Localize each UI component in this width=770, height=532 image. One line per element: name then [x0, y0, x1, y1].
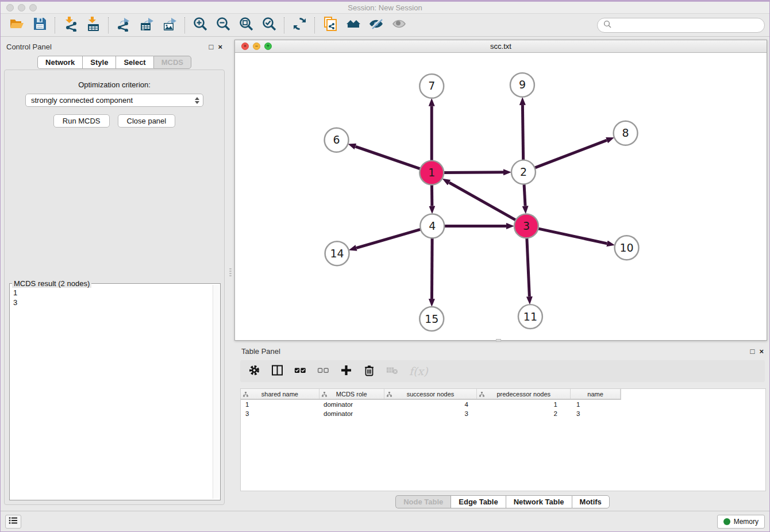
zoom-selected-button[interactable]	[257, 16, 280, 35]
graph-node-label: 6	[333, 133, 340, 146]
graph-edge-2-3[interactable]	[524, 184, 525, 206]
export-table-icon	[139, 16, 155, 34]
mcds-result-item: 1	[13, 288, 210, 298]
table-body: 1dominator4113dominator323	[241, 400, 765, 418]
close-table-panel-icon[interactable]: ×	[759, 348, 764, 355]
window-title: Session: New Session	[348, 3, 422, 12]
import-network-button[interactable]	[59, 16, 82, 35]
import-table-button[interactable]	[82, 16, 105, 35]
save-session-button[interactable]	[28, 16, 51, 35]
tab-edge-table[interactable]: Edge Table	[451, 495, 505, 508]
column-header[interactable]: MCDS role	[319, 389, 384, 399]
export-network-button[interactable]	[112, 16, 135, 35]
graph-node-label: 10	[619, 241, 633, 254]
column-header[interactable]: predecessor nodes	[477, 389, 571, 399]
graph-node-label: 11	[523, 310, 537, 323]
table-row[interactable]: 1dominator411	[241, 400, 765, 409]
show-column-panel-button[interactable]	[271, 364, 283, 379]
select-all-columns-button[interactable]	[294, 364, 306, 379]
hierarchy-icon	[479, 391, 484, 398]
tab-select[interactable]: Select	[116, 56, 153, 69]
tab-network[interactable]: Network	[37, 56, 82, 69]
close-window-button[interactable]: ×	[6, 4, 14, 11]
float-panel-icon[interactable]: □	[209, 43, 214, 51]
network-canvas[interactable]: 7968124314101511	[235, 53, 767, 340]
deselect-all-columns-button[interactable]	[317, 364, 329, 379]
eye-slash-icon	[368, 16, 384, 34]
zoom-fit-button[interactable]	[234, 16, 257, 35]
column-header[interactable]: name	[571, 389, 621, 399]
function-builder-button[interactable]: f(x)	[409, 365, 428, 377]
table-panel-title: Table Panel	[241, 347, 280, 356]
gear-icon	[248, 364, 260, 379]
app-window: × − + Session: New Session	[0, 0, 770, 532]
column-header[interactable]: successor nodes	[384, 389, 478, 399]
tab-motifs[interactable]: Motifs	[572, 495, 610, 508]
control-panel-header: Control Panel □ ×	[1, 38, 228, 55]
refresh-view-button[interactable]	[288, 16, 311, 35]
control-panel-title: Control Panel	[6, 43, 52, 51]
table-cell: dominator	[319, 410, 384, 417]
graph-edge-3-10[interactable]	[538, 229, 607, 244]
create-column-button[interactable]	[340, 364, 352, 379]
graph-edge-4-15[interactable]	[432, 238, 432, 299]
clone-network-icon	[322, 16, 338, 34]
zoom-out-button[interactable]	[211, 16, 234, 35]
tab-node-table[interactable]: Node Table	[395, 495, 451, 508]
hierarchy-icon	[387, 391, 392, 398]
control-panel-tabs: Network Style Select MCDS	[1, 56, 228, 69]
floppy-disk-icon	[32, 16, 48, 34]
mcds-result-list: 13	[11, 286, 212, 499]
zoom-in-button[interactable]	[188, 16, 211, 35]
table-cell: 1	[571, 401, 621, 408]
graph-node-label: 3	[523, 219, 530, 232]
graph-edge-4-14[interactable]	[356, 229, 421, 248]
go-home-button[interactable]	[341, 16, 364, 35]
close-panel-button[interactable]: Close panel	[118, 114, 176, 128]
tab-mcds[interactable]: MCDS	[153, 56, 191, 69]
tab-style[interactable]: Style	[82, 56, 116, 69]
search-icon	[603, 20, 611, 30]
homes-icon	[345, 16, 361, 34]
graph-edge-3-11[interactable]	[527, 238, 530, 296]
graph-edge-2-9[interactable]	[522, 105, 523, 160]
canvas-resize-grip[interactable]	[496, 339, 501, 342]
graph-edge-1-2[interactable]	[444, 172, 503, 173]
memory-button[interactable]: Memory	[717, 515, 765, 529]
minimize-window-button[interactable]: −	[18, 4, 25, 11]
network-minimize-button[interactable]: −	[253, 43, 260, 50]
delete-table-button[interactable]	[386, 364, 398, 379]
graph-edge-3-1[interactable]	[449, 183, 516, 220]
graph-edge-2-8[interactable]	[534, 140, 606, 168]
delete-column-button[interactable]	[363, 364, 375, 379]
clone-network-button[interactable]	[318, 16, 341, 35]
hide-selected-button[interactable]	[364, 16, 387, 35]
open-session-button[interactable]	[5, 16, 28, 35]
float-table-panel-icon[interactable]: □	[750, 348, 755, 355]
graph-node-label: 14	[330, 247, 344, 260]
graph-node-label: 1	[428, 166, 435, 179]
search-field[interactable]	[597, 18, 765, 33]
task-history-button[interactable]	[5, 515, 21, 529]
criterion-select[interactable]: strongly connected component	[25, 94, 203, 107]
table-settings-button[interactable]	[248, 364, 260, 379]
criterion-value: strongly connected component	[31, 96, 195, 105]
graph-edge-1-6[interactable]	[356, 147, 421, 169]
zoom-window-button[interactable]: +	[29, 4, 37, 11]
search-input[interactable]	[615, 21, 759, 29]
network-zoom-button[interactable]: +	[264, 43, 272, 50]
result-scrollbar[interactable]	[213, 285, 219, 499]
show-all-button[interactable]	[387, 16, 410, 35]
memory-label: Memory	[734, 518, 759, 526]
close-panel-icon[interactable]: ×	[218, 43, 222, 51]
panel-splitter-handle[interactable]	[229, 268, 232, 281]
column-header[interactable]: shared name	[241, 389, 319, 399]
optimization-criterion-label: Optimization criterion:	[5, 80, 224, 89]
status-bar: Memory	[1, 511, 769, 531]
tab-network-table[interactable]: Network Table	[506, 495, 572, 508]
run-mcds-button[interactable]: Run MCDS	[53, 114, 110, 128]
table-row[interactable]: 3dominator323	[241, 409, 765, 418]
network-close-button[interactable]: ×	[241, 43, 249, 50]
export-image-button[interactable]	[158, 16, 181, 35]
export-table-button[interactable]	[135, 16, 158, 35]
